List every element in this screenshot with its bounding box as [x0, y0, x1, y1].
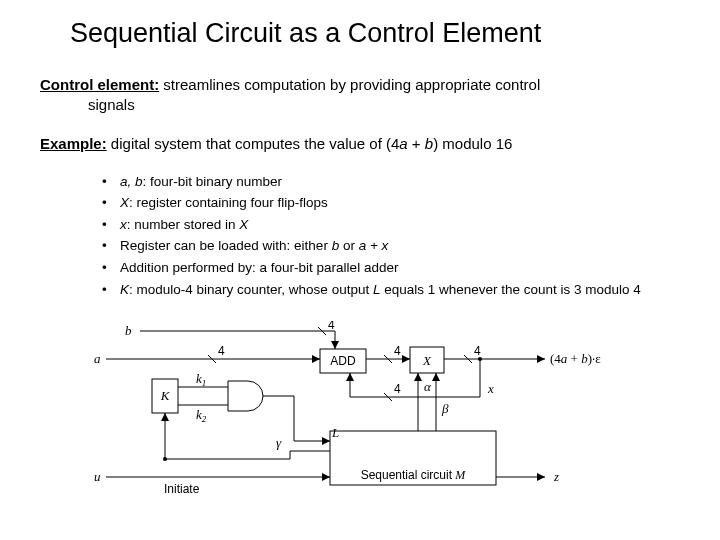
svg-marker-27 — [322, 437, 330, 445]
label-bus4-fb: 4 — [394, 382, 401, 396]
label-k2: k2 — [196, 407, 207, 424]
example-tail: ) modulo 16 — [433, 135, 512, 152]
label-seq: Sequential circuit M — [361, 468, 467, 482]
example-lead: Example: — [40, 135, 107, 152]
label-bus4-a: 4 — [218, 344, 225, 358]
svg-marker-5 — [312, 355, 320, 363]
label-add: ADD — [330, 354, 356, 368]
label-x: x — [487, 381, 494, 396]
definition-paragraph: Control element: streamlines computation… — [40, 75, 680, 116]
definition-lead: Control element: — [40, 76, 159, 93]
svg-marker-35 — [322, 473, 330, 481]
svg-marker-9 — [402, 355, 410, 363]
list-item: x: number stored in X — [102, 215, 680, 235]
definition-text-1: streamlines computation by providing app… — [159, 76, 540, 93]
list-item: X: register containing four flip-flops — [102, 193, 680, 213]
svg-marker-19 — [346, 373, 354, 381]
list-item: Register can be loaded with: either b or… — [102, 236, 680, 256]
label-bus4-add: 4 — [394, 344, 401, 358]
example-plus: + — [408, 135, 425, 152]
label-K: K — [160, 388, 171, 403]
list-item: a, b: four-bit binary number — [102, 172, 680, 192]
label-b: b — [125, 323, 132, 338]
bullet-list: a, b: four-bit binary number X: register… — [102, 172, 680, 299]
label-beta: β — [441, 401, 449, 416]
label-L: L — [331, 425, 339, 440]
svg-marker-42 — [537, 473, 545, 481]
circuit-diagram: b 4 a 4 ADD 4 X — [40, 321, 680, 501]
list-item: K: modulo-4 binary counter, whose output… — [102, 280, 680, 300]
svg-marker-29 — [161, 413, 169, 421]
svg-marker-15 — [537, 355, 545, 363]
list-item: Addition performed by: a four-bit parall… — [102, 258, 680, 278]
example-paragraph: Example: digital system that computes th… — [40, 134, 680, 154]
label-initiate: Initiate — [164, 482, 200, 496]
svg-marker-2 — [331, 341, 339, 349]
example-text-1: digital system that computes the value o… — [107, 135, 400, 152]
label-bus4-b: 4 — [328, 321, 335, 332]
label-X: X — [422, 353, 432, 368]
svg-marker-38 — [414, 373, 422, 381]
label-output: (4a + b)·ε — [550, 351, 601, 366]
label-gamma: γ — [276, 435, 282, 450]
definition-text-2: signals — [88, 95, 135, 115]
slide-title: Sequential Circuit as a Control Element — [70, 18, 680, 49]
label-z: z — [553, 469, 559, 484]
example-b: b — [425, 135, 433, 152]
svg-marker-40 — [432, 373, 440, 381]
label-u: u — [94, 469, 101, 484]
label-bus4-out: 4 — [474, 344, 481, 358]
label-a: a — [94, 351, 101, 366]
example-a: a — [399, 135, 407, 152]
label-alpha: α — [424, 379, 432, 394]
label-k1: k1 — [196, 371, 206, 388]
